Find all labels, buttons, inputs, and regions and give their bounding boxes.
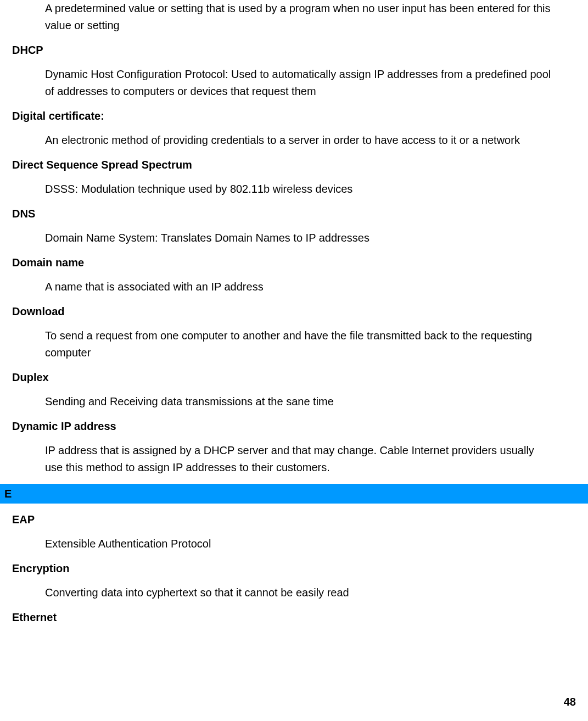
page-number: 48 xyxy=(564,694,576,710)
glossary-definition: Extensible Authentication Protocol xyxy=(45,535,554,552)
glossary-definition: Sending and Receiving data transmissions… xyxy=(45,393,554,410)
glossary-definition: Dynamic Host Configuration Protocol: Use… xyxy=(45,66,554,100)
glossary-definition: IP address that is assigned by a DHCP se… xyxy=(45,442,554,476)
glossary-definition: Domain Name System: Translates Domain Na… xyxy=(45,230,554,247)
glossary-term: Duplex xyxy=(12,369,576,385)
glossary-definition: A name that is associated with an IP add… xyxy=(45,278,554,295)
glossary-term: Domain name xyxy=(12,254,576,271)
glossary-term: Direct Sequence Spread Spectrum xyxy=(12,157,576,173)
section-header-e: E xyxy=(0,484,588,504)
glossary-term: Encryption xyxy=(12,560,576,577)
glossary-term: DHCP xyxy=(12,42,576,58)
glossary-term: Dynamic IP address xyxy=(12,418,576,434)
glossary-definition: To send a request from one computer to a… xyxy=(45,327,554,361)
glossary-term: Download xyxy=(12,303,576,320)
glossary-term: Digital certificate: xyxy=(12,108,576,124)
glossary-definition: A predetermined value or setting that is… xyxy=(45,0,554,34)
glossary-term: DNS xyxy=(12,205,576,222)
glossary-term: EAP xyxy=(12,511,576,528)
glossary-definition: An electronic method of providing creden… xyxy=(45,132,554,149)
glossary-term: Ethernet xyxy=(12,609,576,625)
glossary-definition: DSSS: Modulation technique used by 802.1… xyxy=(45,181,554,198)
glossary-definition: Converting data into cyphertext so that … xyxy=(45,584,554,601)
